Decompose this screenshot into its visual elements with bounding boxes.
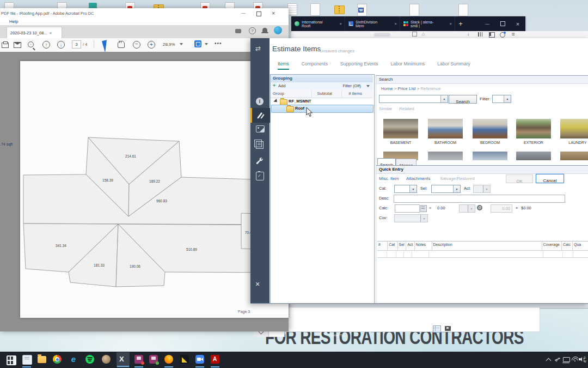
wrench-icon[interactable] — [255, 156, 264, 165]
page-down-icon[interactable]: ↓ — [57, 41, 65, 49]
taskbar-file-explorer-icon[interactable] — [38, 356, 46, 363]
table-row[interactable] — [377, 251, 588, 257]
tab-items[interactable]: Items — [278, 61, 289, 70]
close-icon[interactable]: × — [50, 31, 52, 35]
images-icon[interactable] — [256, 125, 265, 132]
maximize-button[interactable] — [256, 11, 261, 16]
desc-input[interactable] — [394, 195, 565, 203]
breadcrumb-home[interactable]: Home — [381, 86, 393, 91]
browser-tab[interactable]: Slack | alena-sm8 | × — [400, 16, 455, 31]
download-icon[interactable]: ↓ — [467, 31, 470, 37]
taskbar-ie-icon[interactable]: e — [69, 355, 78, 364]
minimize-button[interactable]: — — [480, 16, 495, 31]
column-subtotal[interactable]: Subtotal — [314, 91, 332, 96]
file-icon[interactable] — [409, 4, 419, 16]
file-icon[interactable] — [310, 3, 320, 16]
col-coverage[interactable]: Coverage — [542, 242, 562, 250]
account-icon[interactable] — [500, 32, 505, 38]
tray-pen-icon[interactable] — [555, 357, 560, 361]
home-icon[interactable]: ⌂ — [422, 31, 425, 37]
misc-item-link[interactable]: Misc. Item — [379, 176, 399, 181]
tree-row-roof[interactable]: Roof — [271, 105, 373, 113]
zoom-out-icon[interactable]: − — [133, 41, 140, 49]
taskbar-notepad-icon[interactable] — [22, 355, 32, 365]
calculator-icon[interactable] — [420, 205, 427, 212]
col-cat[interactable]: Cat — [388, 242, 397, 250]
taskbar-spotify-icon[interactable] — [85, 355, 94, 364]
attachments-link[interactable]: Attachments — [406, 176, 430, 181]
category-thumbnail-bedroom[interactable] — [473, 119, 507, 138]
chevron-down-icon[interactable]: ▼ — [440, 95, 448, 102]
taskbar-acrobat-icon[interactable]: A — [211, 355, 219, 364]
bell-icon[interactable] — [262, 28, 267, 32]
zoom-in-icon[interactable]: + — [148, 41, 155, 49]
info-icon[interactable]: i — [256, 98, 264, 105]
file-icon[interactable] — [458, 4, 468, 16]
tree-row-rf-msmnt[interactable]: RF_MSMNT — [271, 98, 373, 105]
minimize-button[interactable]: — — [241, 10, 246, 15]
taskbar-chrome-icon[interactable] — [53, 355, 62, 364]
category-thumbnail-basement[interactable] — [383, 119, 418, 138]
word-file-icon[interactable] — [357, 4, 367, 16]
tab-components[interactable]: Components — [302, 61, 328, 70]
tray-wifi-icon[interactable] — [572, 357, 578, 362]
sel-select[interactable]: ▼ — [431, 185, 461, 193]
column-items[interactable]: # Items — [346, 91, 362, 96]
print-icon[interactable] — [2, 43, 9, 48]
taskbar-purple-app-icon[interactable] — [134, 355, 143, 364]
cancel-button[interactable]: Cancel — [536, 174, 564, 183]
document-tab[interactable]: 2020-03-23 10_08... × — [7, 27, 62, 39]
start-button[interactable] — [7, 355, 16, 365]
tab-search[interactable]: Search — [377, 158, 396, 166]
col-num[interactable]: # — [377, 242, 388, 250]
close-icon[interactable]: × — [339, 21, 342, 26]
collapse-sidebar-icon[interactable]: ⇄ — [255, 45, 261, 52]
col-calc[interactable]: Calc — [562, 242, 573, 250]
zoom-dropdown-icon[interactable] — [180, 43, 183, 47]
comment-icon[interactable] — [235, 29, 241, 33]
page-up-icon[interactable]: ↑ — [42, 41, 50, 49]
taskbar-files-app-icon[interactable] — [180, 355, 189, 364]
cat-select[interactable]: ▼ — [394, 185, 417, 193]
col-qty[interactable]: Qua — [573, 242, 588, 250]
help-icon[interactable]: ? — [249, 27, 256, 34]
col-act[interactable]: Act — [406, 242, 415, 250]
table-mini-icon[interactable] — [433, 325, 441, 333]
col-description[interactable]: Description — [432, 242, 542, 250]
sidebar-item-estimate-items[interactable] — [250, 108, 271, 123]
tab-labor-summary[interactable]: Labor Summary — [437, 61, 470, 70]
chevron-down-icon[interactable]: ▼ — [504, 95, 511, 102]
category-thumbnail-bathroom[interactable] — [428, 119, 463, 138]
calc-input[interactable] — [395, 204, 420, 213]
close-panel-icon[interactable]: × — [255, 280, 260, 288]
zip-file-icon[interactable] — [334, 5, 345, 14]
avatar[interactable] — [274, 26, 282, 34]
close-icon[interactable]: × — [449, 21, 452, 26]
close-button[interactable]: × — [272, 10, 275, 16]
taskbar-xactimate-active[interactable]: X — [117, 352, 130, 367]
select-tool-icon[interactable] — [102, 40, 109, 53]
library-icon[interactable] — [478, 32, 482, 37]
new-tab-button[interactable]: + — [455, 16, 466, 31]
menu-icon[interactable]: ≡ — [512, 31, 515, 37]
menu-help[interactable]: Help — [9, 19, 18, 24]
bookmark-icon[interactable] — [412, 32, 417, 37]
tray-chevron-up-icon[interactable] — [546, 358, 552, 364]
category-thumbnail-laundry[interactable] — [560, 119, 588, 138]
tray-display-icon[interactable] — [563, 357, 570, 362]
tab-labor-minimums[interactable]: Labor Minimums — [390, 61, 425, 70]
breadcrumb-price-list[interactable]: Price List — [397, 86, 415, 91]
close-icon[interactable]: × — [394, 21, 397, 26]
email-icon[interactable] — [14, 42, 21, 48]
taskbar-purple-app-icon[interactable] — [149, 355, 158, 364]
taskbar-zoom-icon[interactable] — [195, 355, 204, 364]
fit-dropdown-icon[interactable] — [205, 43, 208, 47]
col-notes[interactable]: Notes — [415, 242, 432, 250]
zoom-out-tool-icon[interactable]: - — [28, 41, 34, 47]
tray-clock[interactable]: 2: 4/ — [584, 356, 588, 365]
search-input[interactable]: ▼ — [379, 95, 448, 103]
filter-select[interactable]: ▼ — [492, 95, 511, 103]
hand-tool-icon[interactable] — [118, 41, 125, 48]
browser-tab[interactable]: SixthDivision Mem × — [345, 16, 400, 31]
maximize-button[interactable] — [495, 16, 510, 31]
